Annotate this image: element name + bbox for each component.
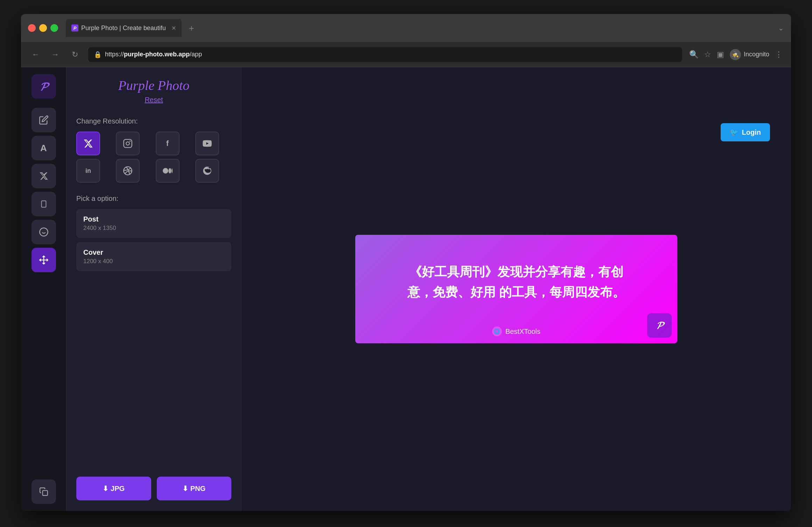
logo-icon: 𝓟: [40, 80, 47, 93]
app-content: 🐦 Login 𝓟 A: [21, 67, 791, 511]
preview-branding: 🌐 BestXTools: [492, 326, 540, 336]
sidebar-twitter-button[interactable]: [31, 164, 56, 188]
login-label: Login: [742, 128, 761, 136]
branding-text: BestXTools: [505, 328, 540, 336]
download-jpg-button[interactable]: ⬇ JPG: [76, 477, 151, 500]
svg-point-2: [40, 228, 48, 236]
resolution-dribbble[interactable]: [116, 159, 140, 183]
resolution-linkedin[interactable]: in: [76, 159, 100, 183]
option-cover-title: Cover: [83, 248, 224, 257]
panel-title: Purple Photo: [76, 78, 231, 93]
twitter-login-icon: 🐦: [730, 128, 738, 136]
branding-logo-icon: 🌐: [492, 326, 502, 336]
resolution-grid: f in: [76, 132, 231, 183]
minimize-button[interactable]: [39, 24, 47, 32]
sidebar-edit-button[interactable]: [31, 108, 56, 132]
url-bar[interactable]: 🔒 https://purple-photo.web.app/app: [88, 47, 682, 62]
panel-reset[interactable]: Reset: [76, 96, 231, 104]
app-logo: 𝓟: [31, 74, 56, 99]
resolution-reddit[interactable]: [195, 159, 219, 183]
resolution-medium[interactable]: [156, 159, 180, 183]
svg-rect-0: [41, 201, 46, 207]
forward-button[interactable]: →: [49, 50, 62, 59]
option-post[interactable]: Post 2400 x 1350: [76, 209, 231, 238]
menu-icon[interactable]: ⋮: [775, 50, 783, 59]
incognito-button[interactable]: 🕵 Incognito: [730, 49, 769, 60]
sidebar-copy-button[interactable]: [31, 479, 56, 504]
tab-bar: P Purple Photo | Create beautifu ✕ ＋ ⌄: [66, 19, 784, 37]
resolution-twitter[interactable]: [76, 132, 100, 155]
resolution-facebook[interactable]: f: [156, 132, 180, 155]
icon-sidebar: 𝓟 A: [21, 67, 66, 511]
maximize-button[interactable]: [50, 24, 58, 32]
option-cover-size: 1200 x 400: [83, 258, 224, 265]
incognito-label: Incognito: [744, 51, 769, 58]
back-button[interactable]: ←: [29, 50, 42, 59]
search-icon[interactable]: 🔍: [689, 50, 699, 59]
control-panel: Purple Photo Reset Change Resolution:: [66, 67, 241, 511]
canvas-area: 《好工具周刊》发现并分享有趣，有创意，免费、好用 的工具，每周四发布。 🌐 Be…: [241, 67, 791, 511]
option-post-size: 2400 x 1350: [83, 225, 224, 232]
resolution-instagram[interactable]: [116, 132, 140, 155]
sidebar-emoji-button[interactable]: [31, 220, 56, 244]
pick-option-label: Pick a option:: [76, 195, 231, 203]
reset-link[interactable]: Reset: [145, 96, 163, 104]
option-cover[interactable]: Cover 1200 x 400: [76, 242, 231, 271]
sidebar-mobile-button[interactable]: [31, 192, 56, 216]
sidebar-text-button[interactable]: A: [31, 136, 56, 160]
address-bar: ← → ↻ 🔒 https://purple-photo.web.app/app…: [21, 42, 791, 67]
svg-rect-7: [42, 491, 47, 496]
preview-text: 《好工具周刊》发现并分享有趣，有创意，免费、好用 的工具，每周四发布。: [376, 251, 656, 312]
close-button[interactable]: [28, 24, 36, 32]
active-tab[interactable]: P Purple Photo | Create beautifu ✕: [66, 19, 182, 37]
sidebar-move-button[interactable]: [31, 248, 56, 272]
panel-footer: ⬇ JPG ⬇ PNG: [76, 477, 231, 500]
reload-button[interactable]: ↻: [69, 50, 81, 59]
tab-favicon: P: [71, 24, 78, 31]
svg-point-10: [130, 141, 130, 141]
resolution-youtube[interactable]: [195, 132, 219, 155]
url-text: https://purple-photo.web.app/app: [105, 51, 202, 58]
login-button[interactable]: 🐦 Login: [721, 123, 770, 141]
address-actions: 🔍 ☆ ▣ 🕵 Incognito ⋮: [689, 49, 783, 60]
incognito-avatar: 🕵: [730, 49, 741, 60]
option-post-title: Post: [83, 215, 224, 223]
tab-expand-button[interactable]: ⌄: [778, 24, 784, 32]
lock-icon: 🔒: [94, 51, 102, 58]
traffic-lights: [28, 24, 58, 32]
tab-icon[interactable]: ▣: [717, 50, 724, 59]
download-png-button[interactable]: ⬇ PNG: [157, 477, 232, 500]
preview-watermark: 𝓟: [647, 313, 672, 338]
preview-card: 《好工具周刊》发现并分享有趣，有创意，免费、好用 的工具，每周四发布。 🌐 Be…: [355, 235, 677, 343]
new-tab-button[interactable]: ＋: [184, 21, 198, 35]
bookmark-icon[interactable]: ☆: [704, 50, 711, 59]
svg-rect-8: [124, 139, 132, 147]
tab-title: Purple Photo | Create beautifu: [81, 24, 166, 32]
svg-point-9: [126, 142, 130, 145]
tab-close-button[interactable]: ✕: [172, 25, 176, 31]
resolution-label: Change Resolution:: [76, 117, 231, 125]
